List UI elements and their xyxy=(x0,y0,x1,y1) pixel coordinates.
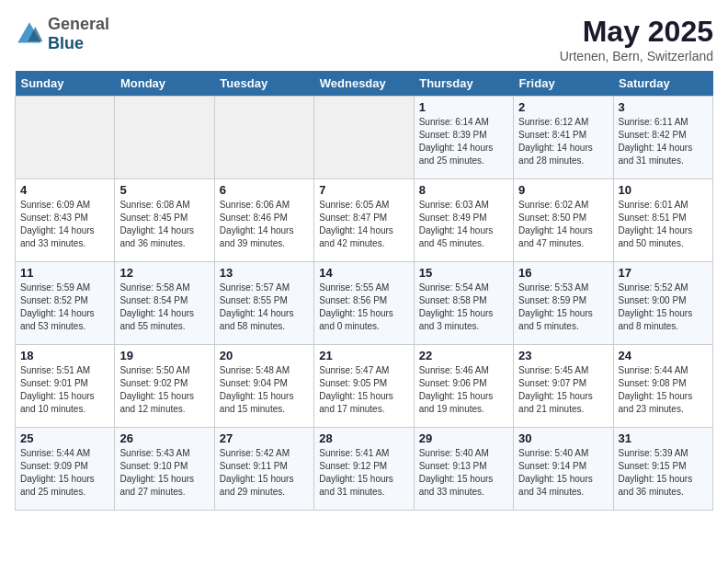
day-number: 22 xyxy=(419,349,508,362)
day-number: 14 xyxy=(319,266,408,280)
calendar-cell: 25Sunrise: 5:44 AM Sunset: 9:09 PM Dayli… xyxy=(16,428,115,511)
day-info: Sunrise: 5:44 AM Sunset: 9:09 PM Dayligh… xyxy=(20,447,109,499)
day-number: 20 xyxy=(220,349,309,362)
calendar-cell: 21Sunrise: 5:47 AM Sunset: 9:05 PM Dayli… xyxy=(314,345,414,428)
day-info: Sunrise: 5:47 AM Sunset: 9:05 PM Dayligh… xyxy=(319,364,408,416)
day-info: Sunrise: 6:12 AM Sunset: 8:41 PM Dayligh… xyxy=(518,116,608,167)
day-info: Sunrise: 5:54 AM Sunset: 8:58 PM Dayligh… xyxy=(419,282,508,333)
day-number: 2 xyxy=(518,100,608,114)
day-number: 12 xyxy=(119,266,209,280)
day-info: Sunrise: 5:45 AM Sunset: 9:07 PM Dayligh… xyxy=(518,364,608,416)
day-number: 15 xyxy=(419,266,508,280)
calendar-cell: 8Sunrise: 6:03 AM Sunset: 8:49 PM Daylig… xyxy=(414,179,513,262)
day-info: Sunrise: 6:11 AM Sunset: 8:42 PM Dayligh… xyxy=(619,116,708,167)
weekday-header-friday: Friday xyxy=(514,71,613,97)
calendar-week-row: 1Sunrise: 6:14 AM Sunset: 8:39 PM Daylig… xyxy=(16,97,713,179)
calendar-cell: 17Sunrise: 5:52 AM Sunset: 9:00 PM Dayli… xyxy=(613,262,712,345)
weekday-header-thursday: Thursday xyxy=(414,71,513,97)
calendar-cell: 12Sunrise: 5:58 AM Sunset: 8:54 PM Dayli… xyxy=(115,262,214,345)
day-info: Sunrise: 5:55 AM Sunset: 8:56 PM Dayligh… xyxy=(319,282,408,333)
calendar-week-row: 25Sunrise: 5:44 AM Sunset: 9:09 PM Dayli… xyxy=(16,428,713,511)
calendar-cell xyxy=(16,97,115,179)
day-info: Sunrise: 5:52 AM Sunset: 9:00 PM Dayligh… xyxy=(619,282,708,333)
calendar-cell: 10Sunrise: 6:01 AM Sunset: 8:51 PM Dayli… xyxy=(613,179,712,262)
day-info: Sunrise: 5:59 AM Sunset: 8:52 PM Dayligh… xyxy=(20,282,109,333)
calendar-week-row: 4Sunrise: 6:09 AM Sunset: 8:43 PM Daylig… xyxy=(16,179,713,262)
calendar-week-row: 11Sunrise: 5:59 AM Sunset: 8:52 PM Dayli… xyxy=(16,262,713,345)
day-number: 19 xyxy=(119,349,209,362)
calendar-cell: 14Sunrise: 5:55 AM Sunset: 8:56 PM Dayli… xyxy=(314,262,414,345)
calendar-cell: 24Sunrise: 5:44 AM Sunset: 9:08 PM Dayli… xyxy=(613,345,712,428)
day-info: Sunrise: 5:51 AM Sunset: 9:01 PM Dayligh… xyxy=(20,364,109,416)
day-info: Sunrise: 6:06 AM Sunset: 8:46 PM Dayligh… xyxy=(220,199,309,250)
day-info: Sunrise: 5:46 AM Sunset: 9:06 PM Dayligh… xyxy=(419,364,508,416)
logo-text-general: General xyxy=(48,15,109,33)
day-info: Sunrise: 5:42 AM Sunset: 9:11 PM Dayligh… xyxy=(220,447,309,499)
calendar-cell: 6Sunrise: 6:06 AM Sunset: 8:46 PM Daylig… xyxy=(214,179,313,262)
day-info: Sunrise: 5:40 AM Sunset: 9:13 PM Dayligh… xyxy=(419,447,508,499)
day-number: 23 xyxy=(518,349,608,362)
calendar-cell: 5Sunrise: 6:08 AM Sunset: 8:45 PM Daylig… xyxy=(115,179,214,262)
weekday-header-row: SundayMondayTuesdayWednesdayThursdayFrid… xyxy=(16,71,713,97)
day-number: 27 xyxy=(220,431,309,445)
day-info: Sunrise: 5:39 AM Sunset: 9:15 PM Dayligh… xyxy=(619,447,708,499)
calendar-cell: 16Sunrise: 5:53 AM Sunset: 8:59 PM Dayli… xyxy=(514,262,613,345)
day-number: 26 xyxy=(119,431,209,445)
location: Urtenen, Bern, Switzerland xyxy=(560,49,713,63)
day-info: Sunrise: 6:03 AM Sunset: 8:49 PM Dayligh… xyxy=(419,199,508,250)
day-info: Sunrise: 5:41 AM Sunset: 9:12 PM Dayligh… xyxy=(319,447,408,499)
day-info: Sunrise: 6:02 AM Sunset: 8:50 PM Dayligh… xyxy=(518,199,608,250)
day-number: 17 xyxy=(619,266,708,280)
logo-text-blue: Blue xyxy=(48,34,84,52)
weekday-header-monday: Monday xyxy=(115,71,214,97)
calendar-cell: 4Sunrise: 6:09 AM Sunset: 8:43 PM Daylig… xyxy=(16,179,115,262)
calendar-cell: 20Sunrise: 5:48 AM Sunset: 9:04 PM Dayli… xyxy=(214,345,313,428)
day-info: Sunrise: 5:48 AM Sunset: 9:04 PM Dayligh… xyxy=(220,364,309,416)
day-info: Sunrise: 5:40 AM Sunset: 9:14 PM Dayligh… xyxy=(518,447,608,499)
day-info: Sunrise: 6:09 AM Sunset: 8:43 PM Dayligh… xyxy=(20,199,109,250)
calendar-cell: 28Sunrise: 5:41 AM Sunset: 9:12 PM Dayli… xyxy=(314,428,414,511)
day-info: Sunrise: 6:05 AM Sunset: 8:47 PM Dayligh… xyxy=(319,199,408,250)
calendar-cell: 11Sunrise: 5:59 AM Sunset: 8:52 PM Dayli… xyxy=(16,262,115,345)
day-info: Sunrise: 5:44 AM Sunset: 9:08 PM Dayligh… xyxy=(619,364,708,416)
day-number: 1 xyxy=(419,100,508,114)
day-number: 24 xyxy=(619,349,708,362)
calendar-table: SundayMondayTuesdayWednesdayThursdayFrid… xyxy=(15,71,713,511)
calendar-cell: 18Sunrise: 5:51 AM Sunset: 9:01 PM Dayli… xyxy=(16,345,115,428)
calendar-cell: 30Sunrise: 5:40 AM Sunset: 9:14 PM Dayli… xyxy=(514,428,613,511)
month-title: May 2025 xyxy=(560,15,713,49)
day-number: 8 xyxy=(419,183,508,197)
day-number: 4 xyxy=(20,183,109,197)
calendar-cell xyxy=(214,97,313,179)
weekday-header-wednesday: Wednesday xyxy=(314,71,414,97)
calendar-week-row: 18Sunrise: 5:51 AM Sunset: 9:01 PM Dayli… xyxy=(16,345,713,428)
calendar-cell: 3Sunrise: 6:11 AM Sunset: 8:42 PM Daylig… xyxy=(613,97,712,179)
day-info: Sunrise: 5:53 AM Sunset: 8:59 PM Dayligh… xyxy=(518,282,608,333)
calendar-cell: 26Sunrise: 5:43 AM Sunset: 9:10 PM Dayli… xyxy=(115,428,214,511)
calendar-cell: 31Sunrise: 5:39 AM Sunset: 9:15 PM Dayli… xyxy=(613,428,712,511)
page-header: General Blue May 2025 Urtenen, Bern, Swi… xyxy=(15,15,713,63)
day-number: 28 xyxy=(319,431,408,445)
day-info: Sunrise: 5:58 AM Sunset: 8:54 PM Dayligh… xyxy=(119,282,209,333)
calendar-cell: 15Sunrise: 5:54 AM Sunset: 8:58 PM Dayli… xyxy=(414,262,513,345)
calendar-cell: 2Sunrise: 6:12 AM Sunset: 8:41 PM Daylig… xyxy=(514,97,613,179)
day-number: 13 xyxy=(220,266,309,280)
day-info: Sunrise: 6:08 AM Sunset: 8:45 PM Dayligh… xyxy=(119,199,209,250)
calendar-cell: 13Sunrise: 5:57 AM Sunset: 8:55 PM Dayli… xyxy=(214,262,313,345)
calendar-cell: 29Sunrise: 5:40 AM Sunset: 9:13 PM Dayli… xyxy=(414,428,513,511)
logo: General Blue xyxy=(15,15,109,53)
title-block: May 2025 Urtenen, Bern, Switzerland xyxy=(560,15,713,63)
day-number: 31 xyxy=(619,431,708,445)
day-number: 21 xyxy=(319,349,408,362)
weekday-header-tuesday: Tuesday xyxy=(214,71,313,97)
calendar-cell xyxy=(314,97,414,179)
day-info: Sunrise: 5:50 AM Sunset: 9:02 PM Dayligh… xyxy=(119,364,209,416)
day-number: 29 xyxy=(419,431,508,445)
day-number: 5 xyxy=(119,183,209,197)
calendar-cell: 19Sunrise: 5:50 AM Sunset: 9:02 PM Dayli… xyxy=(115,345,214,428)
logo-icon xyxy=(15,19,44,49)
weekday-header-saturday: Saturday xyxy=(613,71,712,97)
day-number: 3 xyxy=(619,100,708,114)
day-number: 18 xyxy=(20,349,109,362)
weekday-header-sunday: Sunday xyxy=(16,71,115,97)
